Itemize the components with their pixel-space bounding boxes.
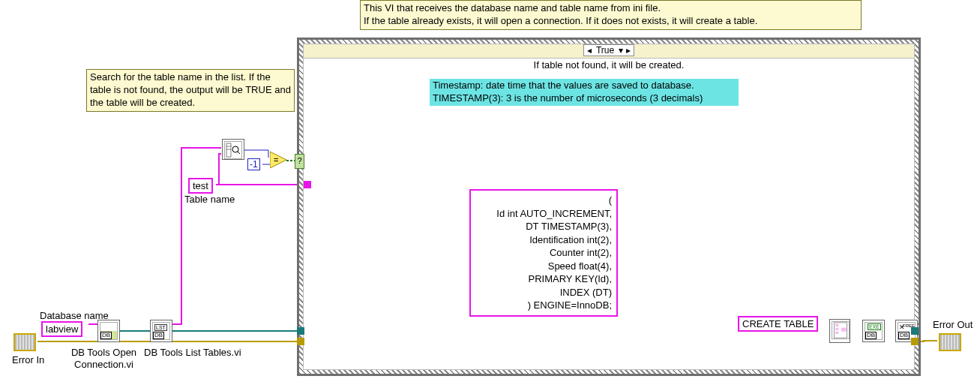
neg1-constant[interactable]: -1 [247,158,260,170]
search-comment: Search for the table name in the list. I… [86,69,295,112]
svg-text:=: = [274,155,278,164]
error-in-label: Error In [12,354,44,365]
case-dropdown-icon[interactable]: ▾ [617,45,625,56]
svg-rect-10 [835,332,838,334]
error-out-label: Error Out [933,319,973,330]
top-comment: This VI that receives the database name … [360,0,862,30]
svg-rect-0 [226,143,231,157]
db-open-connection-vi[interactable]: DB [97,320,120,342]
svg-rect-11 [841,328,847,332]
create-table-constant[interactable]: CREATE TABLE [738,316,818,332]
timestamp-comment: Timestamp: date time that the values are… [430,79,739,106]
case-selector-tunnel: ? [295,154,304,169]
table-name-label: Table name [184,194,235,205]
concat-strings-fn[interactable] [829,319,850,343]
sql-string-constant[interactable]: ( Id int AUTO_INCREMENT, DT TIMESTAMP(3)… [469,189,618,317]
equals-fn[interactable]: = [270,152,286,168]
string-tunnel-tablename [304,181,311,188]
search-1d-array-fn[interactable] [222,139,244,160]
connection-tunnel-in [297,327,304,335]
case-selector[interactable]: ◂ True ▾ ▸ [583,44,634,56]
table-name-constant[interactable]: test [188,178,213,194]
db-open-connection-label: DB Tools Open Connection.vi [64,347,143,370]
connection-tunnel-out [911,327,919,335]
error-tunnel-out [911,338,919,345]
svg-point-3 [232,146,238,152]
error-out-terminal[interactable] [939,333,961,351]
db-list-tables-vi[interactable]: LST DB [150,320,172,342]
next-case-arrow[interactable]: ▸ [625,45,632,56]
case-subtitle: If table not found, it will be created. [304,59,914,71]
db-execute-query-vi[interactable]: EXE DB [862,320,885,342]
database-name-constant[interactable]: labview [41,321,82,337]
prev-case-arrow[interactable]: ◂ [586,45,593,56]
svg-rect-8 [835,324,838,326]
svg-line-4 [238,152,240,154]
db-list-tables-label: DB Tools List Tables.vi [144,347,241,358]
case-header: ◂ True ▾ ▸ [304,44,914,59]
svg-rect-9 [835,328,838,330]
error-tunnel-in [297,338,304,345]
error-in-terminal[interactable] [13,333,36,351]
case-value: True [593,45,617,56]
